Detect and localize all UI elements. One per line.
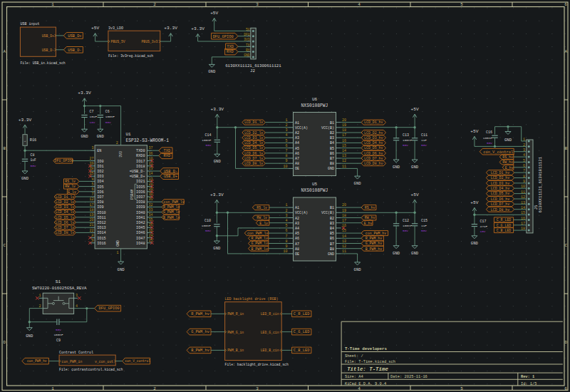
svg-text:19: 19 bbox=[90, 213, 94, 217]
svg-text:IO15: IO15 bbox=[97, 237, 105, 241]
svg-text:GND: GND bbox=[471, 241, 479, 246]
svg-text:LCD_D8_hv: LCD_D8_hv bbox=[491, 208, 509, 212]
svg-text:GND: GND bbox=[393, 251, 400, 256]
svg-text:7: 7 bbox=[285, 149, 287, 153]
svg-text:C12: C12 bbox=[403, 219, 409, 223]
svg-text:1: 1 bbox=[51, 386, 54, 391]
svg-text:100nF: 100nF bbox=[403, 138, 413, 142]
svg-text:con_PWM_lv: con_PWM_lv bbox=[164, 200, 185, 204]
svg-text:33: 33 bbox=[149, 208, 153, 212]
svg-text:37: 37 bbox=[149, 146, 153, 150]
svg-text:DFU: DFU bbox=[244, 33, 250, 36]
svg-text:3V3: 3V3 bbox=[244, 38, 250, 41]
svg-text:IO40: IO40 bbox=[136, 211, 145, 215]
svg-text:IO16: IO16 bbox=[97, 242, 105, 246]
svg-text:RW_lv: RW_lv bbox=[256, 216, 267, 220]
svg-text:LCD_D6_hv: LCD_D6_hv bbox=[491, 197, 509, 201]
svg-text:R_PWM_lv: R_PWM_lv bbox=[163, 205, 180, 209]
svg-text:A4: A4 bbox=[295, 141, 299, 145]
svg-text:3: 3 bbox=[256, 2, 259, 7]
svg-text:50V: 50V bbox=[56, 328, 61, 331]
svg-text:U5: U5 bbox=[312, 182, 318, 187]
svg-text:2: 2 bbox=[116, 141, 118, 145]
svg-text:14: 14 bbox=[342, 234, 346, 239]
svg-text:2: 2 bbox=[285, 209, 287, 213]
svg-text:2: 2 bbox=[153, 2, 156, 7]
svg-text:IO5: IO5 bbox=[97, 185, 103, 190]
svg-text:E_hv: E_hv bbox=[364, 222, 373, 225]
svg-text:LCD_D2_hv: LCD_D2_hv bbox=[491, 176, 509, 180]
svg-text:A: A bbox=[565, 49, 568, 54]
svg-text:B7: B7 bbox=[330, 157, 334, 161]
svg-text:1uF: 1uF bbox=[31, 158, 36, 162]
svg-text:File: contrastcontrol.kicad_sc: File: contrastcontrol.kicad_sch bbox=[59, 368, 123, 371]
svg-text:PBUS_3v3: PBUS_3v3 bbox=[141, 40, 157, 43]
svg-text:IO41: IO41 bbox=[136, 216, 145, 220]
svg-text:G_PWM_lv: G_PWM_lv bbox=[251, 242, 268, 245]
svg-text:GND: GND bbox=[118, 267, 125, 272]
svg-text:IO48: IO48 bbox=[136, 242, 145, 246]
svg-text:IO4: IO4 bbox=[97, 180, 103, 184]
svg-text:File: 3v3reg.kicad_sch: File: 3v3reg.kicad_sch bbox=[108, 54, 153, 58]
svg-text:A: A bbox=[3, 49, 6, 54]
svg-text:1: 1 bbox=[24, 140, 27, 142]
svg-text:IO17: IO17 bbox=[136, 160, 145, 164]
svg-text:LCD_D6_hv: LCD_D6_hv bbox=[364, 152, 383, 155]
svg-text:6130XX11121_61300611121: 6130XX11121_61300611121 bbox=[225, 63, 281, 68]
svg-text:LED_G_cin: LED_G_cin bbox=[261, 331, 279, 334]
svg-text:4: 4 bbox=[358, 2, 361, 7]
svg-text:OE: OE bbox=[295, 167, 299, 171]
svg-text:LCD_D4_hv: LCD_D4_hv bbox=[491, 187, 509, 190]
svg-text:LCD_D7_hv: LCD_D7_hv bbox=[491, 202, 509, 206]
svg-text:C_G_LED: C_G_LED bbox=[497, 224, 512, 227]
svg-text:3: 3 bbox=[256, 386, 259, 391]
svg-text:50V: 50V bbox=[105, 120, 111, 124]
svg-text:LED_R_cin: LED_R_cin bbox=[261, 312, 279, 316]
svg-text:3: 3 bbox=[92, 146, 94, 150]
svg-text:Id: 1/5: Id: 1/5 bbox=[521, 382, 537, 386]
svg-text:12: 12 bbox=[342, 244, 346, 249]
svg-text:C9: C9 bbox=[56, 339, 61, 343]
svg-text:C17: C17 bbox=[480, 220, 487, 224]
svg-text:R16: R16 bbox=[30, 138, 36, 143]
svg-text:10uF: 10uF bbox=[90, 115, 98, 118]
svg-text:RW_lv: RW_lv bbox=[65, 185, 76, 188]
svg-text:C11: C11 bbox=[421, 133, 428, 138]
svg-text:T-Time developers: T-Time developers bbox=[345, 346, 388, 351]
svg-text:18: 18 bbox=[342, 214, 346, 218]
svg-text:SWT0220-016025GSA_REVA: SWT0220-016025GSA_REVA bbox=[32, 286, 87, 291]
svg-text:Contrast Control: Contrast Control bbox=[59, 351, 93, 355]
svg-text:con_V_control: con_V_control bbox=[125, 359, 150, 363]
svg-text:A6: A6 bbox=[295, 237, 299, 241]
svg-text:1uF: 1uF bbox=[421, 138, 427, 142]
svg-text:R_PWM_hv: R_PWM_hv bbox=[366, 237, 383, 240]
svg-text:B4: B4 bbox=[330, 141, 334, 145]
svg-text:B8: B8 bbox=[330, 247, 334, 252]
svg-text:8: 8 bbox=[285, 239, 287, 244]
svg-text:+3.3V: +3.3V bbox=[78, 91, 91, 96]
svg-text:20: 20 bbox=[90, 218, 94, 222]
svg-text:VCC(B): VCC(B) bbox=[321, 126, 334, 130]
svg-text:8: 8 bbox=[285, 154, 287, 158]
svg-text:Sheet: /: Sheet: / bbox=[345, 354, 363, 359]
svg-text:C_B_LED: C_B_LED bbox=[294, 349, 310, 353]
svg-text:6: 6 bbox=[92, 187, 94, 192]
svg-text:2: 2 bbox=[285, 123, 287, 128]
svg-text:C: C bbox=[3, 243, 6, 248]
svg-text:6130XX11121_61301811121: 6130XX11121_61301811121 bbox=[538, 156, 543, 212]
svg-text:100nF: 100nF bbox=[202, 138, 212, 142]
svg-text:LCD_D6_lv: LCD_D6_lv bbox=[56, 221, 74, 225]
svg-text:LCD_D8_lv: LCD_D8_lv bbox=[244, 162, 263, 165]
svg-text:IO45: IO45 bbox=[136, 226, 145, 230]
svg-text:+5V: +5V bbox=[411, 107, 419, 112]
svg-text:TX: TX bbox=[246, 43, 250, 47]
svg-text:14: 14 bbox=[342, 149, 346, 153]
svg-text:13: 13 bbox=[342, 239, 346, 244]
svg-text:GND: GND bbox=[97, 134, 105, 139]
svg-text:3: 3 bbox=[76, 294, 78, 298]
svg-text:IO42: IO42 bbox=[136, 221, 145, 225]
svg-text:3: 3 bbox=[285, 214, 287, 218]
svg-text:OE: OE bbox=[295, 252, 299, 257]
svg-text:KiCad E.D.A. 9.0.4: KiCad E.D.A. 9.0.4 bbox=[345, 382, 386, 386]
svg-text:con_PWM_hv: con_PWM_hv bbox=[366, 232, 386, 235]
